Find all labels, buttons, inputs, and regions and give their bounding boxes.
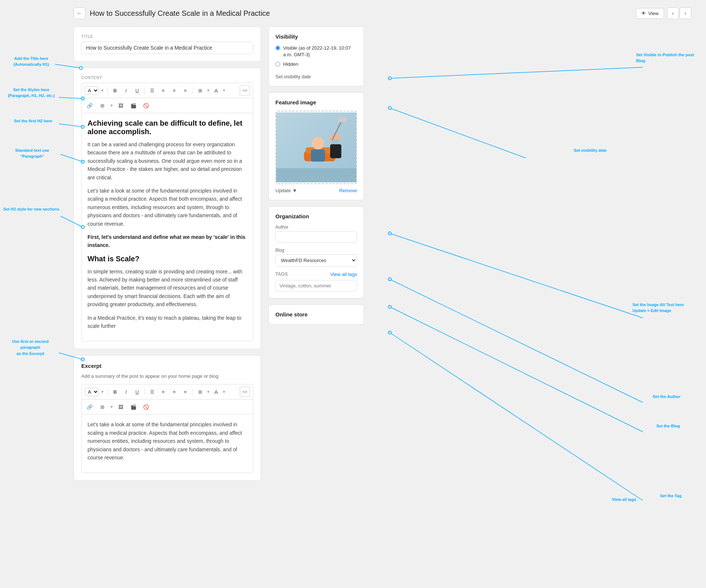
visibility-card: Visibility Visible (as of 2022-12-19, 10… xyxy=(268,26,364,86)
bold-button[interactable]: B xyxy=(110,85,120,96)
image-button[interactable]: 🖼 xyxy=(116,100,126,111)
content-para1: It can be a varied and challenging proce… xyxy=(88,140,247,182)
excerpt-align-justify[interactable]: ≡ xyxy=(180,387,190,397)
update-button[interactable]: Update ▼ xyxy=(275,188,297,193)
excerpt-bold-button[interactable]: B xyxy=(110,387,120,397)
excerpt-toolbar-row2: 🔗 ⊞ ▼ 🖼 🎬 🚫 xyxy=(81,399,253,415)
tags-title: TAGS xyxy=(275,272,288,277)
excerpt-link-button[interactable]: 🔗 xyxy=(85,402,95,412)
remove-link[interactable]: Remove xyxy=(339,188,357,193)
annotation-image-alt: Set the Image Alt Text here Update > Edi… xyxy=(632,301,700,313)
content-para4: In a Medical Practice, it's easy to reac… xyxy=(88,314,247,330)
view-all-tags-link[interactable]: View all tags xyxy=(330,272,357,277)
annotation-h2-new: Set H2 style for new sections xyxy=(2,206,61,212)
excerpt-editor[interactable]: Let's take a look at some of the fundame… xyxy=(81,415,253,473)
view-button[interactable]: 👁 View xyxy=(636,8,664,19)
title-input[interactable] xyxy=(81,42,253,54)
blog-field: Blog WealthFD Resources xyxy=(275,248,357,266)
font-color-button[interactable]: A xyxy=(211,85,221,96)
header-actions: 👁 View ‹ › xyxy=(636,7,691,19)
list-button[interactable]: ☰ xyxy=(147,85,157,96)
excerpt-html-button[interactable]: <> xyxy=(240,387,250,397)
svg-point-4 xyxy=(312,137,324,149)
title-card: Title xyxy=(74,26,261,62)
annotation-first-h2: Set the first H2 here xyxy=(7,118,59,123)
content-para2: Let's take a look at some of the fundame… xyxy=(88,187,247,228)
featured-image-placeholder xyxy=(275,111,357,184)
author-label: Author xyxy=(275,225,357,230)
excerpt-note: Add a summary of the post to appear on y… xyxy=(81,373,253,379)
excerpt-video-button[interactable]: 🎬 xyxy=(128,402,139,412)
excerpt-text: Let's take a look at some of the fundame… xyxy=(88,420,247,462)
annotation-set-tag: Set the Tag xyxy=(660,492,700,498)
online-store-card: Online store xyxy=(268,304,364,325)
italic-button[interactable]: I xyxy=(121,85,131,96)
visible-radio[interactable] xyxy=(275,46,280,50)
block-button[interactable]: 🚫 xyxy=(141,100,151,111)
style-select[interactable]: A xyxy=(85,86,99,95)
align-text-button[interactable]: ⊞ xyxy=(195,85,206,96)
excerpt-underline-button[interactable]: U xyxy=(132,387,142,397)
annotation-set-blog: Set the Blog xyxy=(656,423,700,429)
align-right-button[interactable]: ≡ xyxy=(169,85,179,96)
table-button[interactable]: ⊞ xyxy=(97,100,107,111)
svg-rect-10 xyxy=(332,140,340,144)
excerpt-image-button[interactable]: 🖼 xyxy=(116,402,126,412)
hidden-radio-item[interactable]: Hidden xyxy=(275,61,357,68)
excerpt-list-button[interactable]: ☰ xyxy=(147,387,157,397)
excerpt-card: Excerpt Add a summary of the post to app… xyxy=(74,355,261,481)
set-visibility-date-link[interactable]: Set visibility date xyxy=(275,74,311,79)
excerpt-table-button[interactable]: ⊞ xyxy=(97,402,107,412)
hidden-radio[interactable] xyxy=(275,62,280,67)
dropdown-icon: ▼ xyxy=(292,188,297,193)
nav-next-button[interactable]: › xyxy=(680,7,691,19)
annotation-standard-text: Standard text use "Paragraph" xyxy=(4,147,61,159)
right-column: Visibility Visible (as of 2022-12-19, 10… xyxy=(268,26,364,487)
underline-button[interactable]: U xyxy=(132,85,142,96)
excerpt-block-button[interactable]: 🚫 xyxy=(141,402,151,412)
tags-section: TAGS View all tags xyxy=(275,272,357,291)
content-toolbar: A ▼ B I U ☰ ≡ ≡ ≡ ⊞ ▼ A ▼ xyxy=(81,83,253,98)
content-para3: In simple terms, creating scale is provi… xyxy=(88,268,247,309)
content-editor[interactable]: Achieving scale can be difficult to defi… xyxy=(81,113,253,341)
link-button[interactable]: 🔗 xyxy=(85,100,95,111)
content-bold-para: First, let's understand and define what … xyxy=(88,233,247,250)
html-button[interactable]: <> xyxy=(240,85,250,96)
annotation-set-visible: Set Visible to Publish the post Blog xyxy=(636,51,699,64)
page-title: How to Successfully Create Scale in a Me… xyxy=(90,9,631,18)
tags-header: TAGS View all tags xyxy=(275,272,357,277)
svg-point-9 xyxy=(337,116,347,122)
svg-rect-7 xyxy=(330,144,341,158)
blog-select[interactable]: WealthFD Resources xyxy=(275,254,357,266)
title-label: Title xyxy=(81,34,253,39)
align-justify-button[interactable]: ≡ xyxy=(180,85,190,96)
organization-title: Organization xyxy=(275,213,357,219)
content-h2-2: What is Scale? xyxy=(88,255,247,263)
content-card: Content A ▼ B I U ☰ ≡ ≡ ≡ xyxy=(74,68,261,349)
back-button[interactable]: ← xyxy=(74,7,85,19)
organization-card: Organization Author Blog WealthFD Resour… xyxy=(268,206,364,298)
image-actions: Update ▼ Remove xyxy=(275,188,357,193)
visibility-title: Visibility xyxy=(275,33,357,40)
nav-prev-button[interactable]: ‹ xyxy=(667,7,679,19)
excerpt-toolbar: A ▼ B I U ☰ ≡ ≡ ≡ ⊞ ▼ A ▼ xyxy=(81,384,253,399)
excerpt-align-center[interactable]: ≡ xyxy=(158,387,168,397)
align-center-button[interactable]: ≡ xyxy=(158,85,168,96)
excerpt-align-right[interactable]: ≡ xyxy=(169,387,179,397)
annotation-visibility-date: Set visibility date xyxy=(555,147,607,153)
video-button[interactable]: 🎬 xyxy=(128,100,139,111)
annotation-set-styles: Set the Styles here (Paragraph, H1, H2, … xyxy=(4,86,59,98)
excerpt-style-select[interactable]: A xyxy=(85,388,99,396)
visible-radio-item[interactable]: Visible (as of 2022-12-19, 10:07 a.m. GM… xyxy=(275,45,357,58)
excerpt-align-text[interactable]: ⊞ xyxy=(195,387,206,397)
author-field: Author xyxy=(275,225,357,243)
left-column: Title Content A ▼ B I U ☰ xyxy=(74,26,261,487)
author-input[interactable] xyxy=(275,231,357,243)
svg-rect-5 xyxy=(311,149,325,161)
featured-image-svg xyxy=(276,111,356,183)
back-icon: ← xyxy=(76,10,82,17)
excerpt-italic-button[interactable]: I xyxy=(121,387,131,397)
tags-input[interactable] xyxy=(275,280,357,291)
excerpt-font-color[interactable]: A xyxy=(211,387,221,397)
featured-image-title: Featured image xyxy=(275,99,357,105)
